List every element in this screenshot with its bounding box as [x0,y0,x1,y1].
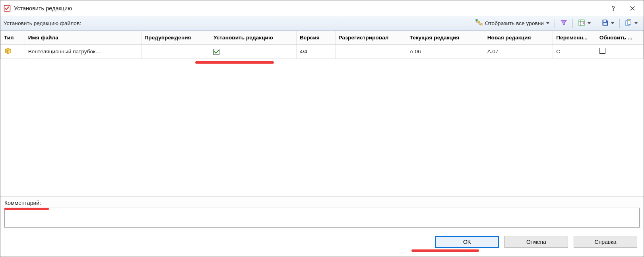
save-icon [601,19,609,27]
chevron-down-icon [634,22,638,24]
svg-point-1 [613,10,614,10]
update-checkbox[interactable] [599,48,605,54]
svg-rect-11 [603,23,607,25]
cell-update[interactable] [596,44,643,58]
save-button[interactable] [599,18,617,29]
cell-variable: C [553,44,596,58]
help-button-footer[interactable]: Справка [574,236,637,248]
separator [572,19,573,28]
chevron-down-icon [588,22,591,24]
col-new-rev[interactable]: Новая редакция [484,31,553,44]
svg-rect-5 [478,21,480,23]
col-registered[interactable]: Разрегистрировал [335,31,406,44]
file-table: Тип Имя файла Предупреждения Установить … [0,31,644,59]
part-icon [4,50,12,56]
col-current-rev[interactable]: Текущая редакция [406,31,484,44]
cell-set-rev[interactable] [210,44,297,58]
col-type[interactable]: Тип [1,31,25,44]
toolbar: Установить редакцию файлов: Отобразить в… [0,16,644,31]
table-header-row: Тип Имя файла Предупреждения Установить … [1,31,644,44]
highlight-annotation [195,61,274,64]
svg-rect-10 [603,20,606,22]
comment-input[interactable] [4,208,640,228]
col-name[interactable]: Имя файла [25,31,141,44]
filter-icon [560,19,567,27]
cell-name: Вентеляционный патрубок.... [25,44,141,58]
separator [619,19,620,28]
cell-current-rev: A.06 [406,44,484,58]
copy-button[interactable] [622,18,640,29]
highlight-annotation [4,208,49,210]
show-all-levels-button[interactable]: Отобразить все уровни [473,18,552,29]
svg-rect-4 [476,19,477,21]
window-title: Установить редакцию [14,5,72,12]
tree-icon [475,19,483,27]
app-icon [4,5,11,12]
separator [555,19,555,28]
comment-section: Комментарий: [0,196,644,230]
separator [596,19,596,28]
ok-button[interactable]: OK [435,236,499,248]
filter-button[interactable] [557,18,570,29]
copy-icon [625,19,632,27]
cell-version: 4/4 [296,44,335,58]
toolbar-label: Установить редакцию файлов: [4,20,81,26]
col-warnings[interactable]: Предупреждения [141,31,210,44]
col-variable[interactable]: Переменн... [553,31,596,44]
close-button[interactable] [623,0,642,16]
set-revision-checkbox[interactable] [213,49,219,55]
help-button[interactable] [604,0,623,16]
cell-type [1,44,25,58]
file-table-container[interactable]: Тип Имя файла Предупреждения Установить … [0,31,644,196]
svg-rect-6 [481,23,482,25]
cell-warnings [141,44,210,58]
columns-icon [578,19,585,27]
col-update[interactable]: Обновить ... [596,31,643,44]
highlight-annotation [411,249,479,252]
col-set-rev[interactable]: Установить редакцию [210,31,297,44]
svg-rect-14 [628,20,630,21]
chevron-down-icon [611,22,614,24]
cancel-button[interactable]: Отмена [504,236,568,248]
chevron-down-icon [546,22,549,24]
show-all-levels-label: Отобразить все уровни [485,20,544,26]
dialog-footer: OK Отмена Справка [0,230,644,257]
comment-label: Комментарий: [4,200,640,206]
col-version[interactable]: Версия [296,31,335,44]
cell-new-rev: A.07 [484,44,553,58]
columns-button[interactable] [575,18,594,29]
svg-rect-13 [627,19,631,24]
table-row[interactable]: Вентеляционный патрубок.... 4/4 A.06 A.0… [1,44,644,58]
cell-registered [335,44,406,58]
title-bar: Установить редакцию [0,0,644,16]
